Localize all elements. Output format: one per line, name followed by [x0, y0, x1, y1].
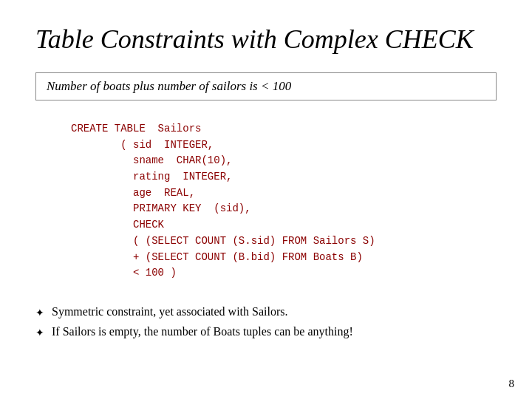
code-line-0: CREATE TABLE Sailors [71, 121, 497, 137]
page-number: 8 [509, 378, 515, 390]
code-line-9: < 100 ) [71, 265, 497, 282]
code-line-1: ( sid INTEGER, [71, 137, 497, 154]
bullet-item-1: ✦ If Sailors is empty, the number of Boa… [35, 325, 497, 339]
code-line-7: ( (SELECT COUNT (S.sid) FROM Sailors S) [71, 233, 497, 250]
code-line-4: age REAL, [71, 185, 497, 202]
bullet-text-0: Symmetric constraint, yet associated wit… [52, 305, 288, 318]
slide: Table Constraints with Complex CHECK Num… [0, 0, 532, 399]
slide-title: Table Constraints with Complex CHECK [35, 24, 497, 55]
code-line-6: CHECK [71, 217, 497, 233]
bullet-text-1: If Sailors is empty, the number of Boats… [52, 325, 353, 338]
bullet-item-0: ✦ Symmetric constraint, yet associated w… [35, 305, 497, 319]
code-line-2: sname CHAR(10), [71, 153, 497, 169]
bullet-diamond-0: ✦ [35, 307, 44, 319]
code-block: CREATE TABLE Sailors ( sid INTEGER, snam… [71, 121, 497, 282]
code-line-5: PRIMARY KEY (sid), [71, 201, 497, 217]
subtitle-box: Number of boats plus number of sailors i… [35, 72, 497, 100]
bullet-diamond-1: ✦ [35, 327, 44, 339]
code-line-8: + (SELECT COUNT (B.bid) FROM Boats B) [71, 250, 497, 266]
code-line-3: rating INTEGER, [71, 169, 497, 185]
bullet-section: ✦ Symmetric constraint, yet associated w… [35, 305, 497, 339]
subtitle-text: Number of boats plus number of sailors i… [47, 79, 291, 93]
